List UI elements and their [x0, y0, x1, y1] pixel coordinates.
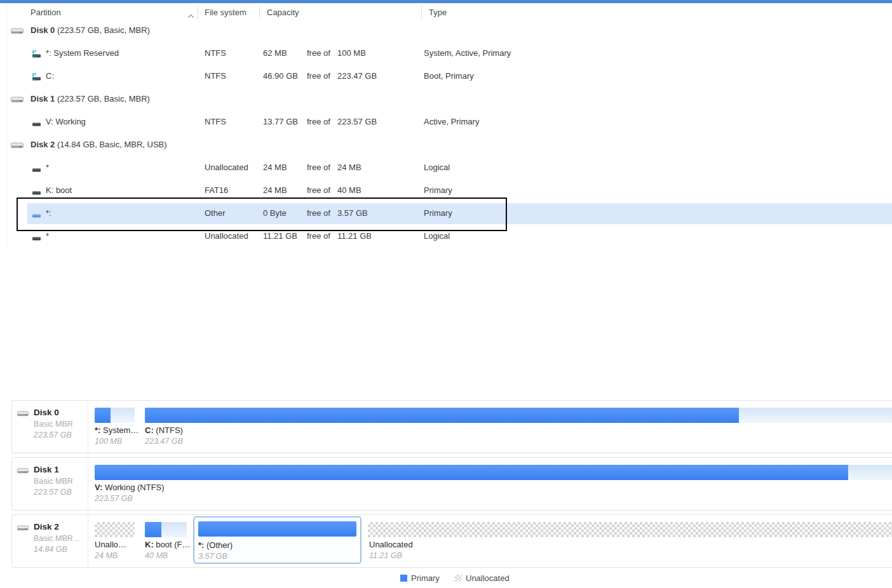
- column-separator[interactable]: [198, 6, 198, 19]
- partition-bar-label[interactable]: Unallo…: [95, 540, 126, 549]
- drive-letter: C:: [145, 425, 154, 435]
- used-space-fill: [95, 408, 111, 423]
- type-value: Active, Primary: [424, 117, 479, 126]
- disk-row-disk0[interactable]: Disk 0 (223.57 GB, Basic, MBR): [0, 19, 892, 42]
- column-separator[interactable]: [421, 6, 422, 19]
- disk-label-block[interactable]: Disk 1 Basic MBR 223.57 GB: [12, 458, 88, 510]
- type-value: Primary: [424, 185, 452, 195]
- partition-bar-system-reserved[interactable]: [95, 408, 135, 423]
- partition-row-c[interactable]: C: NTFS 46.90 GB free of 223.47 GB Boot,…: [0, 65, 892, 88]
- partition-row-other-selected[interactable]: *: Other 0 Byte free of 3.57 GB Primary: [0, 202, 892, 225]
- disk-name: Disk 2: [34, 522, 59, 531]
- partition-bar-k-boot[interactable]: [145, 522, 187, 537]
- disk-name: Disk 2: [30, 140, 55, 149]
- partition-bar-size: 223.47 GB: [145, 437, 183, 446]
- capacity-free-value: 24 MB: [263, 185, 287, 195]
- capacity-free-value: 13.77 GB: [263, 117, 298, 126]
- disk-detail: (223.57 GB, Basic, MBR): [57, 94, 150, 104]
- file-system-value: FAT16: [205, 185, 228, 195]
- partition-row-system-reserved[interactable]: *: System Reserved NTFS 62 MB free of 10…: [0, 42, 892, 65]
- partition-label: Unallo…: [95, 540, 126, 549]
- partition-row-unallocated-11gb[interactable]: * Unallocated 11.21 GB free of 11.21 GB …: [0, 225, 892, 248]
- disk-map-panel-disk0: Disk 0 Basic MBR 223.57 GB *: System… 10…: [11, 400, 892, 453]
- partition-selected-icon: [32, 210, 42, 221]
- disk-row-label: Disk 2 (14.84 GB, Basic, MBR, USB): [30, 140, 167, 149]
- disk-drive-icon: [17, 523, 29, 535]
- partition-name: *:: [46, 208, 51, 218]
- partition-row-unallocated-24mb[interactable]: * Unallocated 24 MB free of 24 MB Logica…: [0, 156, 892, 179]
- disk-scheme: Basic MBR: [34, 420, 73, 429]
- capacity-total-value: 11.21 GB: [337, 231, 372, 241]
- legend-primary-swatch: [400, 575, 407, 582]
- partition-bar-other[interactable]: [198, 521, 356, 537]
- disk-label-block[interactable]: Disk 0 Basic MBR 223.57 GB: [12, 401, 88, 453]
- drive-letter: K:: [145, 540, 154, 549]
- capacity-total-value: 24 MB: [337, 163, 362, 172]
- partition-bar-label[interactable]: C: (NTFS): [145, 425, 183, 435]
- disk-drive-icon: [10, 27, 24, 38]
- partition-bar-v-working[interactable]: [95, 465, 892, 480]
- unallocated-bar-11gb[interactable]: [368, 522, 892, 537]
- type-value: System, Active, Primary: [424, 48, 511, 58]
- partition-bar-label[interactable]: K: boot (F…: [145, 540, 191, 549]
- legend-primary-label: Primary: [411, 573, 440, 583]
- disk-detail: (14.84 GB, Basic, MBR, USB): [57, 140, 167, 149]
- file-system-value: Unallocated: [205, 163, 248, 172]
- partition-name: *: System Reserved: [46, 48, 119, 58]
- partition-bar-label[interactable]: V: Working (NTFS): [95, 483, 165, 492]
- partition-row-k-boot[interactable]: K: boot FAT16 24 MB free of 40 MB Primar…: [0, 179, 892, 202]
- partition-label: boot (F…: [156, 540, 190, 549]
- used-space-fill: [198, 521, 356, 537]
- free-of-label: free of: [307, 231, 330, 241]
- capacity-free-value: 11.21 GB: [263, 231, 297, 241]
- partition-icon: [32, 118, 42, 130]
- disk-drive-icon: [17, 466, 29, 478]
- drive-letter: *:: [95, 425, 100, 435]
- partition-label: (Other): [206, 540, 233, 550]
- disk-scheme: Basic MBR ..: [34, 534, 79, 543]
- disk-drive-icon: [10, 95, 24, 107]
- partition-bar-label[interactable]: *: System…: [95, 425, 139, 435]
- capacity-free-value: 0 Byte: [263, 208, 287, 218]
- type-value: Primary: [424, 208, 452, 218]
- capacity-total-value: 100 MB: [337, 48, 366, 58]
- partition-label: Unallocated: [369, 540, 413, 549]
- disk-name: Disk 0: [34, 408, 59, 417]
- disk-detail: (223.57 GB, Basic, MBR): [57, 25, 150, 35]
- partition-bar-size: 223.57 GB: [95, 494, 133, 503]
- selected-row-highlight: [27, 203, 892, 224]
- disk-name: Disk 1: [34, 465, 59, 474]
- partition-system-icon: [32, 72, 42, 84]
- column-header-type[interactable]: Type: [429, 8, 447, 17]
- window-top-accent-strip: [0, 0, 892, 3]
- partition-row-v-working[interactable]: V: Working NTFS 13.77 GB free of 223.57 …: [0, 110, 892, 133]
- selected-partition-box-other[interactable]: *: (Other) 3.57 GB: [193, 516, 362, 564]
- partition-manager-window: Partition File system Capacity Type Disk…: [0, 0, 892, 588]
- free-of-label: free of: [307, 117, 330, 126]
- disk-size: 223.57 GB: [34, 431, 72, 439]
- column-header-file-system[interactable]: File system: [205, 8, 247, 17]
- capacity-free-value: 62 MB: [263, 48, 287, 58]
- partition-name: *: [46, 231, 49, 241]
- partition-name: *: [46, 163, 49, 172]
- free-of-label: free of: [307, 48, 330, 58]
- column-separator[interactable]: [259, 6, 260, 19]
- drive-letter: *:: [198, 540, 204, 550]
- disk-row-disk2[interactable]: Disk 2 (14.84 GB, Basic, MBR, USB): [0, 133, 892, 156]
- disk-label-block[interactable]: Disk 2 Basic MBR .. 14.84 GB: [12, 515, 88, 567]
- free-of-label: free of: [307, 185, 330, 195]
- column-header-capacity[interactable]: Capacity: [267, 8, 299, 17]
- disk-drive-icon: [10, 141, 24, 152]
- disk-drive-icon: [17, 409, 29, 420]
- partition-bar-label[interactable]: Unallocated: [369, 540, 413, 549]
- unallocated-bar-24mb[interactable]: [95, 522, 135, 537]
- partition-name: K: boot: [46, 185, 72, 195]
- disk-row-disk1[interactable]: Disk 1 (223.57 GB, Basic, MBR): [0, 88, 892, 110]
- column-header-partition[interactable]: Partition: [30, 8, 61, 17]
- disk-size: 14.84 GB: [34, 545, 67, 554]
- capacity-free-value: 24 MB: [263, 163, 287, 172]
- disk-size: 223.57 GB: [34, 488, 72, 497]
- disk-scheme: Basic MBR: [34, 477, 73, 486]
- partition-bar-c[interactable]: [145, 408, 892, 423]
- partition-bar-size: 24 MB: [95, 551, 118, 560]
